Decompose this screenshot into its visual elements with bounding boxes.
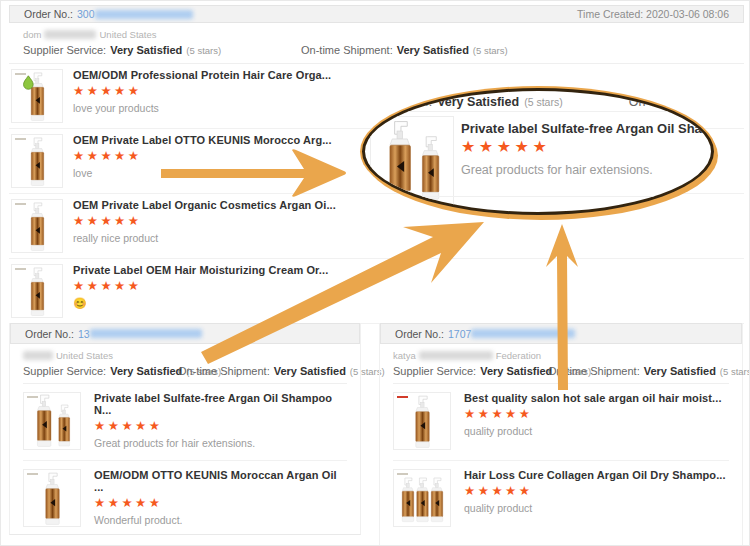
panel-ratings: Supplier Service: Very Satisfied (5 star…	[23, 365, 347, 377]
review-comment: quality product	[464, 502, 726, 514]
review-product-title[interactable]: Best quality salon hot sale argan oil ha…	[464, 392, 722, 404]
star-rating: ★★★★★	[73, 150, 332, 163]
buyer-country: Federation	[496, 350, 541, 361]
supplier-service-value: Very Satisfied	[480, 365, 552, 377]
review-comment: love	[73, 167, 332, 179]
star-rating: ★★★★★	[464, 408, 722, 421]
order-no-link[interactable]: 1707	[448, 328, 471, 340]
buyer-redacted	[44, 30, 96, 39]
product-thumbnail[interactable]	[11, 264, 63, 318]
review-product-title[interactable]: OEM Private Label OTTO KEUNIS Morocco Ar…	[73, 134, 332, 146]
product-thumbnail[interactable]	[393, 469, 451, 527]
review-row: Private label Sulfate-free Argan Oil Sha…	[23, 384, 347, 461]
panel-ratings: Supplier Service: Very Satisfied (5 star…	[23, 44, 730, 56]
brand-logo	[15, 138, 26, 140]
brand-logo	[397, 473, 408, 475]
buyer-country: United States	[99, 29, 156, 40]
review-comment: Great products for hair extensions.	[94, 437, 347, 449]
star-rating: ★★★★★	[94, 497, 347, 510]
time-created: Time Created: 2020-03-06 08:06	[577, 8, 729, 20]
shampoo-bottle-image	[12, 265, 62, 317]
star-rating: ★★★★★	[73, 215, 336, 228]
ontime-shipment-value: Very Satisfied	[644, 365, 716, 377]
review-product-title[interactable]: Hair Loss Cure Collagen Argan Oil Dry Sh…	[464, 469, 726, 481]
order-no-link[interactable]: 300	[77, 8, 95, 20]
feedback-panel-bottom-left: Order No.: 13 United States Supplier Ser…	[9, 323, 361, 535]
supplier-service-label: Supplier Service:	[393, 365, 476, 377]
stars-note: (5 stars)	[720, 366, 750, 377]
ontime-shipment-label: On-time Shipment:	[548, 365, 640, 377]
star-rating: ★★★★★	[461, 139, 550, 155]
buyer-line: United States	[23, 350, 347, 361]
review-comment: love your products	[73, 102, 331, 114]
review-comment: Great products for hair extensions.	[461, 163, 653, 177]
order-header: Order No.: 13	[10, 323, 360, 344]
product-thumbnail[interactable]	[11, 69, 63, 123]
shampoo-bottles-image	[394, 470, 450, 526]
stars-note: (5 stars)	[186, 45, 221, 56]
review-product-title[interactable]: OEM Private Label Organic Cosmetics Arga…	[73, 199, 336, 211]
brand-logo	[27, 396, 38, 398]
ontime-shipment-value: Very Satisfied	[397, 44, 469, 56]
supplier-service-value: Very Satisfied	[110, 44, 182, 56]
product-thumbnail[interactable]	[11, 134, 63, 188]
review-comment: quality product	[464, 425, 722, 437]
product-thumbnail[interactable]	[11, 199, 63, 253]
shampoo-bottles-image	[24, 393, 80, 449]
shampoo-bottle-image	[12, 70, 62, 122]
product-thumbnail[interactable]	[23, 392, 81, 450]
supplier-service-value: Very Satisfied	[437, 95, 519, 109]
supplier-service-value: Very Satisfied	[110, 365, 182, 377]
star-rating: ★★★★★	[73, 85, 331, 98]
buyer-redacted	[23, 351, 53, 360]
order-header: Order No.: 1707	[380, 323, 742, 344]
review-product-title[interactable]: Private label Sulfate-free Argan Oil Sha…	[461, 121, 714, 136]
supplier-service-label: Supplier Service:	[23, 365, 106, 377]
supplier-service-label: Supplier Service:	[23, 44, 106, 56]
order-header: Order No.: 300 Time Created: 2020-03-06 …	[9, 5, 744, 23]
review-comment-emoji: 😊	[73, 297, 328, 310]
review-product-title[interactable]: OEM/ODM Professional Protein Hair Care O…	[73, 69, 331, 81]
buyer-line: dom United States	[23, 29, 730, 40]
brand-logo	[15, 203, 26, 205]
feedback-panel-bottom-right: Order No.: 1707 katya Federation Supplie…	[379, 323, 743, 546]
star-rating: ★★★★★	[464, 485, 726, 498]
buyer-redacted	[419, 351, 493, 360]
order-no-link[interactable]: 13	[78, 328, 90, 340]
brand-logo	[15, 268, 26, 270]
review-product-title[interactable]: OEM/ODM OTTO KEUNIS Moroccan Argan Oil .…	[94, 469, 347, 493]
stars-note: (5 stars)	[524, 96, 563, 108]
highlight-ellipse: Service: Very Satisfied (5 stars) On-tim…	[362, 88, 714, 215]
review-row: Private Label OEM Hair Moisturizing Crea…	[9, 259, 744, 324]
buyer-name-prefix: katya	[393, 350, 416, 361]
order-no-redacted	[95, 10, 193, 19]
shampoo-bottle-image	[394, 393, 450, 449]
panel-ratings: Supplier Service: Very Satisfied (5 star…	[393, 365, 729, 377]
review-row: OEM/ODM OTTO KEUNIS Moroccan Argan Oil .…	[23, 461, 347, 538]
order-no-redacted	[90, 329, 202, 338]
order-no-label: Order No.:	[395, 328, 444, 340]
shampoo-bottle-image	[24, 470, 80, 526]
shampoo-bottle-image	[12, 135, 62, 187]
review-comment: really nice product	[73, 232, 336, 244]
review-comment: Wonderful product.	[94, 514, 347, 526]
brand-logo	[397, 396, 408, 398]
buyer-line: katya Federation	[393, 350, 729, 361]
review-row: Hair Loss Cure Collagen Argan Oil Dry Sh…	[393, 461, 729, 538]
star-rating: ★★★★★	[94, 420, 347, 433]
stars-note: (5 stars)	[473, 45, 508, 56]
brand-logo	[27, 473, 38, 475]
ontime-shipment-label: On-time Shipment:	[301, 44, 393, 56]
review-product-title[interactable]: Private label Sulfate-free Argan Oil Sha…	[94, 392, 347, 416]
review-row: Best quality salon hot sale argan oil ha…	[393, 384, 729, 461]
product-thumbnail[interactable]	[23, 469, 81, 527]
buyer-country: United States	[56, 350, 113, 361]
review-product-title[interactable]: Private Label OEM Hair Moisturizing Crea…	[73, 264, 328, 276]
product-thumbnail[interactable]	[393, 392, 451, 450]
star-rating: ★★★★★	[73, 280, 328, 293]
shampoo-bottle-image	[12, 200, 62, 252]
ontime-shipment-label: On-time Shipment:	[178, 365, 270, 377]
order-no-redacted	[471, 329, 575, 338]
ontime-shipment-value: Very Satisfied	[274, 365, 346, 377]
order-no-label: Order No.:	[24, 8, 73, 20]
